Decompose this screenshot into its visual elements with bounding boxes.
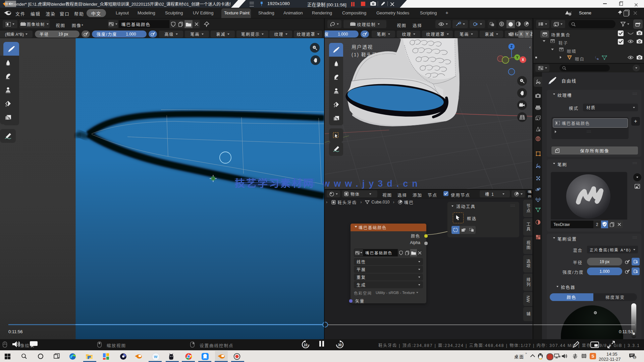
svg-text:X: X [522,58,524,62]
svg-text:5: 5 [634,356,635,359]
svg-text:Y: Y [516,56,519,59]
svg-text:30: 30 [338,343,342,347]
svg-text:10: 10 [304,343,308,347]
svg-text:Z: Z [511,45,513,49]
